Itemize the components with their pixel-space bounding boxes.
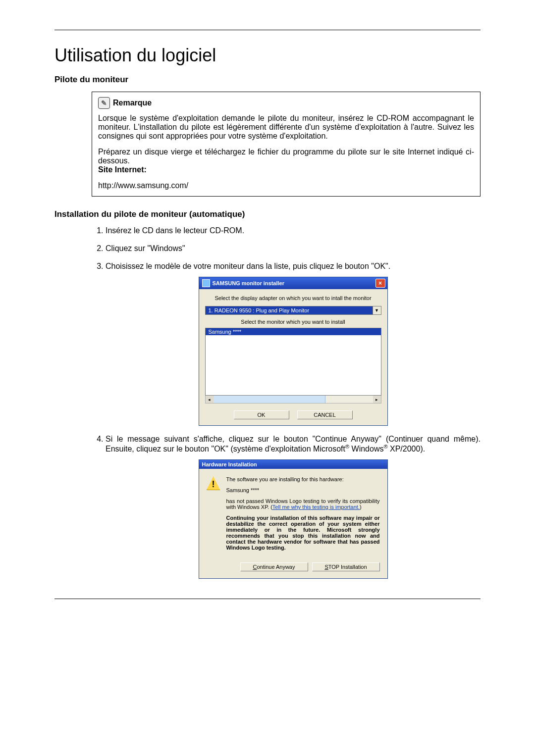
note-paragraph-2: Préparez un disque vierge et téléchargez… (98, 148, 474, 165)
note-box: ✎ Remarque Lorsque le système d'exploita… (92, 92, 481, 197)
site-url: http://www.samsung.com/ (98, 181, 474, 190)
list-item[interactable]: Samsung **** (206, 328, 381, 335)
chevron-down-icon[interactable]: ▼ (373, 306, 381, 314)
close-icon[interactable]: × (375, 279, 385, 288)
hw-warning-bold: Continuing your installation of this sof… (226, 515, 380, 551)
note-icon: ✎ (98, 97, 110, 109)
warning-icon: ! (207, 476, 220, 490)
hw-line-2: has not passed Windows Logo testing to v… (226, 498, 380, 510)
step-2: Cliquez sur "Windows" (106, 244, 481, 253)
note-label: Remarque (113, 99, 152, 107)
horizontal-scrollbar[interactable]: ◂ ▸ (205, 396, 381, 403)
scroll-left-icon[interactable]: ◂ (206, 396, 214, 403)
scroll-right-icon[interactable]: ▸ (373, 396, 381, 403)
monitor-listbox[interactable]: Samsung **** (205, 328, 381, 396)
installer-label-adapter: Select the display adapter on which you … (205, 295, 381, 301)
hw-title: Hardware Installation (202, 461, 257, 467)
installer-title: SAMSUNG monitor installer (213, 280, 284, 286)
installer-titlebar: SAMSUNG monitor installer × (199, 277, 387, 289)
installer-dialog: SAMSUNG monitor installer × Select the d… (199, 277, 388, 426)
ok-button[interactable]: OK (234, 410, 289, 419)
step-3: Choisissez le modèle de votre moniteur d… (106, 262, 481, 426)
section-driver-heading: Pilote du moniteur (54, 75, 481, 85)
hw-device-name: Samsung **** (226, 487, 380, 493)
app-icon (202, 279, 210, 287)
hw-titlebar: Hardware Installation (199, 460, 387, 469)
hardware-installation-dialog: Hardware Installation ! The software you… (199, 459, 388, 579)
continue-anyway-button[interactable]: Continue Anyway (240, 562, 308, 571)
step-1: Insérez le CD dans le lecteur CD-ROM. (106, 226, 481, 235)
section-install-heading: Installation du pilote de moniteur (auto… (54, 209, 481, 219)
adapter-dropdown-value: 1. RADEON 9550 : Plug and Play Monitor (206, 306, 373, 314)
hw-line-1: The software you are installing for this… (226, 476, 380, 482)
adapter-dropdown[interactable]: 1. RADEON 9550 : Plug and Play Monitor ▼ (205, 306, 381, 315)
step-4: Si le message suivant s'affiche, cliquez… (106, 435, 481, 579)
cancel-button[interactable]: CANCEL (297, 410, 353, 419)
note-paragraph-1: Lorsque le système d'exploitation demand… (98, 114, 474, 141)
installer-label-monitor: Select the monitor which you want to ins… (205, 319, 381, 325)
stop-installation-button[interactable]: STOP Installation (312, 562, 380, 571)
site-internet-label: Site Internet: (98, 165, 147, 174)
why-testing-link[interactable]: Tell me why this testing is important. (272, 504, 360, 510)
page-title: Utilisation du logiciel (54, 45, 481, 66)
